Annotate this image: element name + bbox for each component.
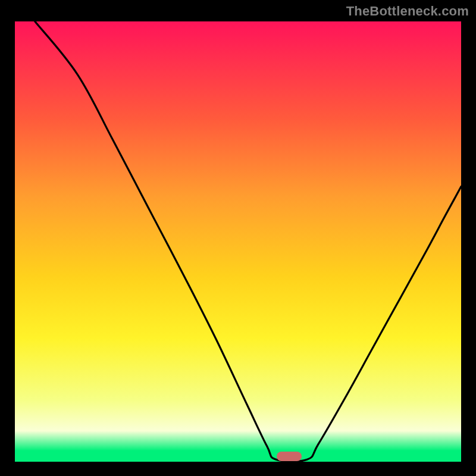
figure-stage: TheBottleneck.com xyxy=(0,0,476,476)
optimal-marker xyxy=(277,452,302,461)
gradient-rect xyxy=(15,21,461,462)
plot-canvas xyxy=(15,21,461,462)
plot-frame xyxy=(15,21,461,462)
watermark-text: TheBottleneck.com xyxy=(346,4,469,19)
